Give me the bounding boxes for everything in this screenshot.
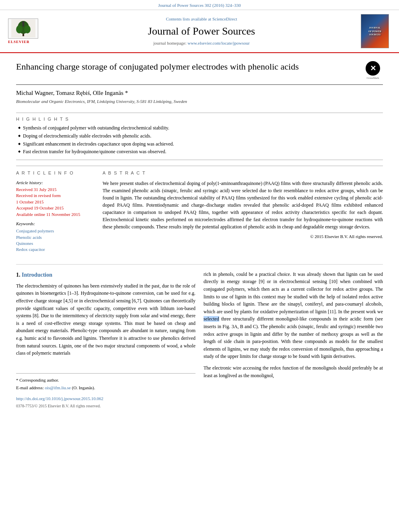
accepted-date: Accepted 19 October 2015 bbox=[16, 205, 95, 211]
email-line: E-mail address: ois@ifm.liu.se (O. Ingan… bbox=[16, 384, 195, 391]
crossmark-badge: ✕ CrossMark bbox=[363, 61, 383, 80]
crossmark-label: CrossMark bbox=[366, 76, 379, 80]
abstract-col: A B S T R A C T We here present studies … bbox=[103, 170, 383, 256]
journal-header-center: Contents lists available at ScienceDirec… bbox=[44, 16, 359, 46]
elsevier-logo-box bbox=[8, 18, 38, 39]
svg-rect-6 bbox=[23, 24, 24, 27]
footnote-area: * Corresponding author. E-mail address: … bbox=[16, 373, 195, 391]
homepage-label: journal homepage: bbox=[153, 41, 186, 45]
intro-paragraph-right-2: The electronic wire accessing the redox … bbox=[204, 364, 383, 379]
history-label: Article history: bbox=[16, 180, 95, 186]
info-abstract-section: A R T I C L E I N F O Article history: R… bbox=[16, 166, 383, 256]
body-col-right: rich in phenols, could be a practical ch… bbox=[204, 271, 383, 409]
email-link[interactable]: ois@ifm.liu.se bbox=[45, 385, 71, 390]
issn-copyright: 0378-7753/© 2015 Elsevier B.V. All right… bbox=[16, 403, 195, 409]
intro-paragraph-right-1: rich in phenols, could be a practical ch… bbox=[204, 271, 383, 360]
highlights-section: H I G H L I G H T S Synthesis of conjuga… bbox=[16, 113, 383, 160]
elsevier-logo-area: ELSEVIER bbox=[8, 18, 44, 45]
highlight-item: Significant enhancement in electrodes ca… bbox=[18, 141, 383, 148]
journal-title: Journal of Power Sources bbox=[52, 24, 351, 39]
received-date: Received 31 July 2015 bbox=[16, 187, 95, 193]
highlight-item: Fast electron transfer for hydroquinone/… bbox=[18, 148, 383, 155]
body-col-left: 1. Introduction The electrochemistry of … bbox=[16, 271, 195, 409]
body-section: 1. Introduction The electrochemistry of … bbox=[16, 264, 383, 409]
keyword-conjugated[interactable]: Conjugated polymers bbox=[16, 228, 95, 234]
corresponding-author: * Corresponding author. bbox=[16, 377, 195, 384]
svg-point-4 bbox=[24, 25, 31, 33]
journal-cover-image: JOURNALOF POWERSOURCES bbox=[361, 14, 389, 48]
journal-cover-area: JOURNALOF POWERSOURCES bbox=[359, 14, 391, 48]
journal-citation-text: Journal of Power Sources 302 (2016) 324–… bbox=[158, 3, 241, 8]
svg-point-5 bbox=[22, 21, 25, 24]
keyword-quinones[interactable]: Quinones bbox=[16, 240, 95, 246]
intro-paragraph-1: The electrochemistry of quinones has bee… bbox=[16, 282, 195, 357]
doi-link[interactable]: http://dx.doi.org/10.1016/j.jpowsour.201… bbox=[16, 395, 195, 402]
revised-date: 1 October 2015 bbox=[16, 199, 95, 205]
article-history: Article history: Received 31 July 2015 R… bbox=[16, 180, 95, 218]
authors-section: Michal Wagner, Tomasz Rębiś, Olle Inganä… bbox=[16, 85, 383, 107]
journal-header: ELSEVIER Contents lists available at Sci… bbox=[0, 10, 399, 53]
journal-citation-bar: Journal of Power Sources 302 (2016) 324–… bbox=[0, 0, 399, 10]
article-info-col: A R T I C L E I N F O Article history: R… bbox=[16, 170, 95, 256]
email-person: (O. Inganäs). bbox=[72, 385, 95, 390]
article-title-section: Enhancing charge storage of conjugated p… bbox=[16, 53, 383, 85]
abstract-label: A B S T R A C T bbox=[103, 170, 383, 176]
keywords-label: Keywords: bbox=[16, 221, 95, 227]
keyword-redox[interactable]: Redox capacitor bbox=[16, 246, 95, 253]
abstract-copyright: © 2015 Elsevier B.V. All rights reserved… bbox=[103, 234, 383, 240]
author-affiliation: Biomolecular and Organic Electronics, IF… bbox=[16, 99, 383, 105]
abstract-text: We here present studies of electrochemic… bbox=[103, 180, 383, 230]
sciencedirect-link[interactable]: ScienceDirect bbox=[212, 16, 237, 21]
body-two-col: 1. Introduction The electrochemistry of … bbox=[16, 271, 383, 409]
article-title: Enhancing charge storage of conjugated p… bbox=[16, 61, 299, 73]
email-label: E-mail address: bbox=[16, 385, 44, 390]
keyword-phenolic[interactable]: Phenolic acids bbox=[16, 234, 95, 240]
section-title: 1. Introduction bbox=[16, 271, 195, 279]
elsevier-tree-svg bbox=[11, 19, 35, 37]
revised-label: Received in revised form bbox=[16, 193, 95, 199]
highlights-label: H I G H L I G H T S bbox=[16, 116, 383, 122]
selected-text-span: selected bbox=[204, 316, 219, 322]
bottom-links: http://dx.doi.org/10.1016/j.jpowsour.201… bbox=[16, 395, 195, 409]
section-num: 1. bbox=[16, 272, 21, 278]
section-name: Introduction bbox=[22, 272, 52, 278]
article-area: Enhancing charge storage of conjugated p… bbox=[0, 53, 399, 409]
contents-available-text: Contents lists available at bbox=[166, 16, 212, 21]
elsevier-label: ELSEVIER bbox=[8, 39, 44, 45]
corresponding-label: * Corresponding author. bbox=[16, 378, 59, 382]
keywords-section: Keywords: Conjugated polymers Phenolic a… bbox=[16, 221, 95, 253]
article-info-label: A R T I C L E I N F O bbox=[16, 170, 95, 176]
available-date: Available online 11 November 2015 bbox=[16, 212, 95, 218]
highlights-list: Synthesis of conjugated polymer with out… bbox=[16, 125, 383, 155]
sciencedirect-line: Contents lists available at ScienceDirec… bbox=[52, 16, 351, 22]
journal-homepage-line: journal homepage: www.elsevier.com/locat… bbox=[52, 40, 351, 46]
crossmark-icon: ✕ bbox=[366, 61, 380, 76]
authors-line: Michal Wagner, Tomasz Rębiś, Olle Inganä… bbox=[16, 89, 383, 97]
highlight-item: Synthesis of conjugated polymer with out… bbox=[18, 125, 383, 131]
journal-homepage-link[interactable]: www.elsevier.com/locate/jpowsour bbox=[187, 41, 249, 45]
svg-point-3 bbox=[16, 25, 23, 33]
highlight-item: Doping of electrochemically stable elect… bbox=[18, 133, 383, 140]
